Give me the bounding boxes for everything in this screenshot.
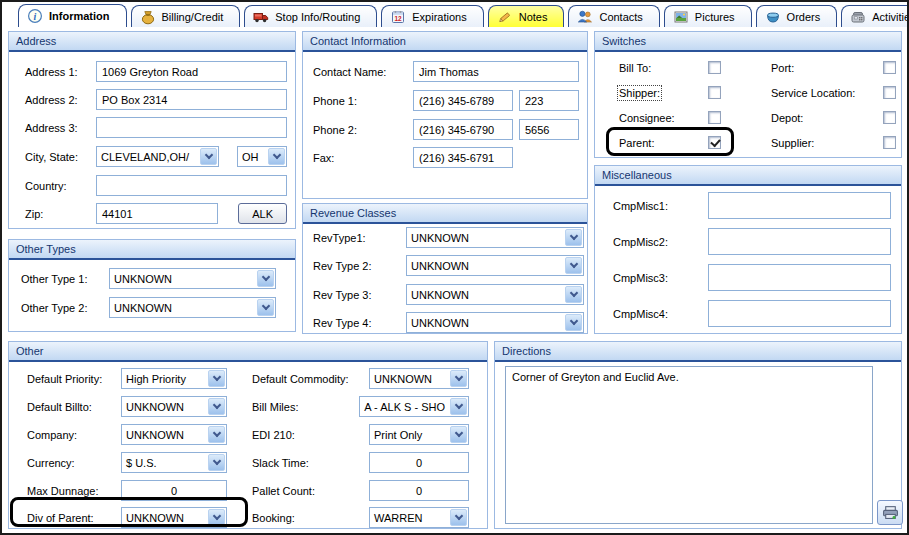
consignee-switch-label: Consignee: — [619, 112, 708, 124]
bill-miles-combo-value: A - ALK S - SHO — [360, 397, 449, 416]
pallet-count-input[interactable]: 0 — [369, 480, 469, 501]
address-group-header: Address — [9, 32, 295, 52]
dropdown-arrow-icon[interactable] — [268, 148, 285, 165]
dropdown-arrow-icon[interactable] — [208, 398, 225, 415]
consignee-checkbox[interactable] — [708, 111, 721, 124]
zip-input[interactable]: 44101 — [96, 203, 218, 224]
fax-row: Fax: (216) 345-6791 — [313, 147, 579, 168]
cmpmisc1-input[interactable] — [708, 192, 891, 219]
dropdown-arrow-icon[interactable] — [450, 426, 467, 443]
default-commodity-combo[interactable]: UNKNOWN — [369, 368, 469, 389]
tab-information[interactable]: i Information — [18, 4, 127, 27]
tab-pictures[interactable]: Pictures — [664, 5, 752, 27]
phone2-row: Phone 2: (216) 345-6790 5656 — [313, 119, 579, 140]
tab-expirations[interactable]: 12 Expirations — [381, 5, 483, 27]
alk-button[interactable]: ALK — [238, 203, 287, 224]
city-combo[interactable]: CLEVELAND,OH/ — [96, 146, 219, 167]
cmpmisc2-row: CmpMisc2: — [613, 228, 891, 255]
other-type2-combo[interactable]: UNKNOWN — [109, 297, 276, 318]
revtype2-label: Rev Type 2: — [313, 260, 406, 272]
address3-input[interactable] — [96, 117, 287, 138]
slack-time-input[interactable]: 0 — [369, 452, 469, 473]
revtype2-combo[interactable]: UNKNOWN — [406, 255, 584, 276]
cmpmisc2-input[interactable] — [708, 228, 891, 255]
fax-input[interactable]: (216) 345-6791 — [413, 147, 513, 168]
phone1-ext-input[interactable]: 223 — [519, 90, 579, 111]
money-bag-icon — [140, 9, 156, 25]
currency-combo[interactable]: $ U.S. — [121, 452, 227, 473]
default-priority-combo[interactable]: High Priority — [121, 368, 227, 389]
cmpmisc3-input[interactable] — [708, 264, 891, 291]
dropdown-arrow-icon[interactable] — [565, 229, 582, 246]
currency-combo-value: $ U.S. — [122, 453, 207, 472]
booking-combo-value: WARREN — [370, 508, 449, 527]
cmpmisc4-row: CmpMisc4: — [613, 300, 891, 327]
revtype4-combo-value: UNKNOWN — [407, 313, 564, 332]
directions-textarea[interactable]: Corner of Greyton and Euclid Ave. — [505, 366, 873, 524]
contact-group-header: Contact Information — [303, 32, 587, 52]
tab-activities[interactable]: Activities — [841, 5, 909, 27]
other-type1-combo-value: UNKNOWN — [110, 269, 256, 288]
address3-row: Address 3: — [25, 117, 287, 138]
cmpmisc4-input[interactable] — [708, 300, 891, 327]
other-type1-combo[interactable]: UNKNOWN — [109, 268, 276, 289]
phone1-row: Phone 1: (216) 345-6789 223 — [313, 90, 579, 111]
depot-checkbox[interactable] — [883, 111, 896, 124]
revtype3-combo[interactable]: UNKNOWN — [406, 284, 584, 305]
tab-contacts[interactable]: Contacts — [568, 5, 659, 27]
dropdown-arrow-icon[interactable] — [208, 454, 225, 471]
phone1-input[interactable]: (216) 345-6789 — [413, 90, 513, 111]
print-button[interactable] — [877, 500, 903, 525]
revtype1-combo[interactable]: UNKNOWN — [406, 227, 584, 248]
dropdown-arrow-icon[interactable] — [450, 370, 467, 387]
address1-input[interactable]: 1069 Greyton Road — [96, 61, 287, 82]
max-dunnage-input[interactable]: 0 — [121, 480, 227, 501]
dropdown-arrow-icon[interactable] — [450, 509, 467, 526]
state-combo[interactable]: OH — [237, 146, 287, 167]
company-combo[interactable]: UNKNOWN — [121, 424, 227, 445]
booking-combo[interactable]: WARREN — [369, 507, 469, 528]
revtype4-combo[interactable]: UNKNOWN — [406, 312, 584, 333]
contact-name-label: Contact Name: — [313, 66, 413, 78]
dropdown-arrow-icon[interactable] — [565, 286, 582, 303]
edi-210-combo[interactable]: Print Only — [369, 424, 469, 445]
service-location-checkbox[interactable] — [883, 86, 896, 99]
phone2-input[interactable]: (216) 345-6790 — [413, 119, 513, 140]
bill-miles-combo[interactable]: A - ALK S - SHO — [359, 396, 469, 417]
shipper-checkbox[interactable] — [708, 86, 721, 99]
revtype4-label: Rev Type 4: — [313, 317, 406, 329]
dropdown-arrow-icon[interactable] — [450, 398, 467, 415]
state-combo-value: OH — [238, 147, 267, 166]
dropdown-arrow-icon[interactable] — [565, 314, 582, 331]
address2-input[interactable]: PO Box 2314 — [96, 89, 287, 110]
tab-notes[interactable]: Notes — [488, 5, 565, 27]
tab-billing-credit[interactable]: Billing/Credit — [131, 5, 241, 27]
default-billto-combo[interactable]: UNKNOWN — [121, 396, 227, 417]
dropdown-arrow-icon[interactable] — [257, 299, 274, 316]
dropdown-arrow-icon[interactable] — [208, 370, 225, 387]
billto-checkbox[interactable] — [708, 61, 721, 74]
other-type2-row: Other Type 2: UNKNOWN — [21, 297, 276, 318]
cmpmisc1-row: CmpMisc1: — [613, 192, 891, 219]
calendar-icon: 12 — [390, 9, 406, 25]
service-location-switch-label: Service Location: — [771, 87, 883, 99]
contact-name-input[interactable]: Jim Thomas — [413, 61, 579, 82]
contact-information-group: Contact Information Contact Name: Jim Th… — [302, 31, 588, 199]
parent-switch-row: Parent: — [619, 136, 721, 149]
dropdown-arrow-icon[interactable] — [200, 148, 217, 165]
dropdown-arrow-icon[interactable] — [208, 426, 225, 443]
tab-stop-info-routing[interactable]: Stop Info/Routing — [244, 5, 377, 27]
dropdown-arrow-icon[interactable] — [565, 257, 582, 274]
country-input[interactable] — [96, 175, 287, 196]
pallet-count-row: Pallet Count: 0 — [252, 480, 469, 501]
parent-checkbox[interactable] — [708, 136, 721, 149]
supplier-checkbox[interactable] — [883, 136, 896, 149]
dropdown-arrow-icon[interactable] — [208, 509, 225, 526]
dropdown-arrow-icon[interactable] — [257, 270, 274, 287]
tab-orders[interactable]: Orders — [756, 5, 838, 27]
port-checkbox[interactable] — [883, 61, 896, 74]
fax-label: Fax: — [313, 152, 413, 164]
phone2-ext-input[interactable]: 5656 — [519, 119, 579, 140]
address-group: Address Address 1: 1069 Greyton Road Add… — [8, 31, 296, 229]
div-of-parent-combo[interactable]: UNKNOWN — [121, 507, 227, 528]
